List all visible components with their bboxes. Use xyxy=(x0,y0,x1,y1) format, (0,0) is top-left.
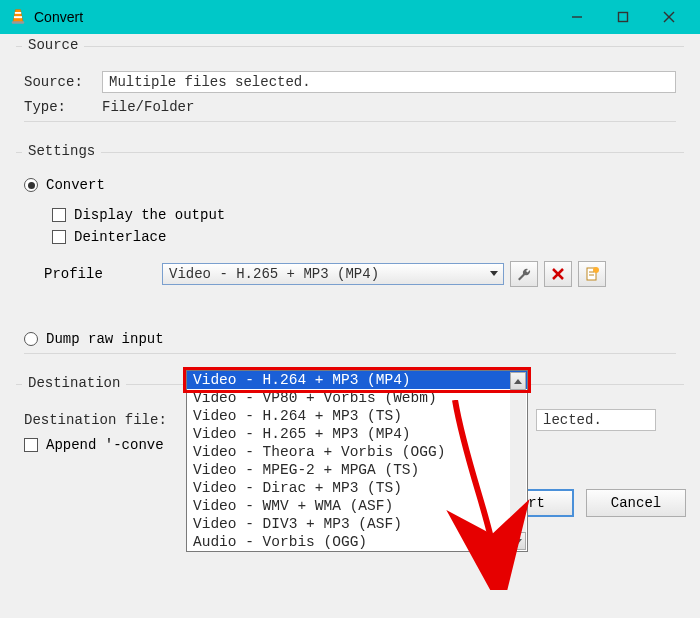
profile-option[interactable]: Video - H.264 + MP3 (MP4) xyxy=(187,371,527,389)
profile-option[interactable]: Video - VP80 + Vorbis (Webm) xyxy=(187,389,527,407)
svg-rect-1 xyxy=(15,12,21,14)
window-close-button[interactable] xyxy=(646,0,692,34)
destination-legend: Destination xyxy=(22,375,126,391)
window-title: Convert xyxy=(34,9,554,25)
svg-marker-15 xyxy=(514,379,522,384)
profile-option[interactable]: Video - MPEG-2 + MPGA (TS) xyxy=(187,461,527,479)
settings-group: Settings Convert Display the output Dein… xyxy=(16,152,684,366)
dump-raw-radio[interactable] xyxy=(24,332,38,346)
profile-dropdown-value: Video - H.265 + MP3 (MP4) xyxy=(163,266,485,282)
window-minimize-button[interactable] xyxy=(554,0,600,34)
profile-option[interactable]: Video - DIV3 + MP3 (ASF) xyxy=(187,515,527,533)
source-legend: Source xyxy=(22,37,84,53)
source-label: Source: xyxy=(24,74,102,90)
append-converted-label: Append '-conve xyxy=(46,437,164,453)
dropdown-scrollbar-track[interactable] xyxy=(510,390,526,532)
svg-marker-8 xyxy=(490,271,498,276)
convert-radio-label: Convert xyxy=(46,177,105,193)
dropdown-scroll-up-icon[interactable] xyxy=(510,372,526,390)
destination-file-input[interactable]: lected. xyxy=(536,409,656,431)
profile-option[interactable]: Video - WMV + WMA (ASF) xyxy=(187,497,527,515)
edit-profile-button[interactable] xyxy=(510,261,538,287)
append-converted-checkbox[interactable] xyxy=(24,438,38,452)
svg-rect-5 xyxy=(619,13,628,22)
profile-option[interactable]: Video - Dirac + MP3 (TS) xyxy=(187,479,527,497)
svg-marker-16 xyxy=(514,539,522,544)
vlc-app-icon xyxy=(8,7,28,27)
deinterlace-checkbox[interactable] xyxy=(52,230,66,244)
chevron-down-icon xyxy=(485,264,503,284)
display-output-label: Display the output xyxy=(74,207,225,223)
profile-option[interactable]: Video - Theora + Vorbis (OGG) xyxy=(187,443,527,461)
new-profile-button[interactable] xyxy=(578,261,606,287)
window-titlebar: Convert xyxy=(0,0,700,34)
svg-marker-0 xyxy=(13,10,23,23)
profile-option[interactable]: Audio - Vorbis (OGG) xyxy=(187,533,527,551)
profile-option[interactable]: Video - H.265 + MP3 (MP4) xyxy=(187,425,527,443)
cancel-button[interactable]: Cancel xyxy=(586,489,686,517)
profile-dropdown-list[interactable]: Video - H.264 + MP3 (MP4) Video - VP80 +… xyxy=(186,370,528,552)
svg-rect-2 xyxy=(14,16,22,18)
profile-label: Profile xyxy=(44,266,156,282)
window-maximize-button[interactable] xyxy=(600,0,646,34)
settings-legend: Settings xyxy=(22,143,101,159)
source-input[interactable]: Multiple files selected. xyxy=(102,71,676,93)
wrench-icon xyxy=(516,266,532,282)
type-value: File/Folder xyxy=(102,99,194,115)
delete-profile-button[interactable] xyxy=(544,261,572,287)
dropdown-scroll-down-icon[interactable] xyxy=(510,532,526,550)
source-group: Source Source: Multiple files selected. … xyxy=(16,46,684,134)
type-label: Type: xyxy=(24,99,102,115)
svg-rect-3 xyxy=(12,21,25,23)
convert-radio[interactable] xyxy=(24,178,38,192)
dump-raw-label: Dump raw input xyxy=(46,331,164,347)
display-output-checkbox[interactable] xyxy=(52,208,66,222)
destination-file-label: Destination file: xyxy=(24,412,184,428)
deinterlace-label: Deinterlace xyxy=(74,229,166,245)
profile-dropdown[interactable]: Video - H.265 + MP3 (MP4) xyxy=(162,263,504,285)
delete-icon xyxy=(551,267,565,281)
new-profile-icon xyxy=(584,266,600,282)
profile-option[interactable]: Video - H.264 + MP3 (TS) xyxy=(187,407,527,425)
